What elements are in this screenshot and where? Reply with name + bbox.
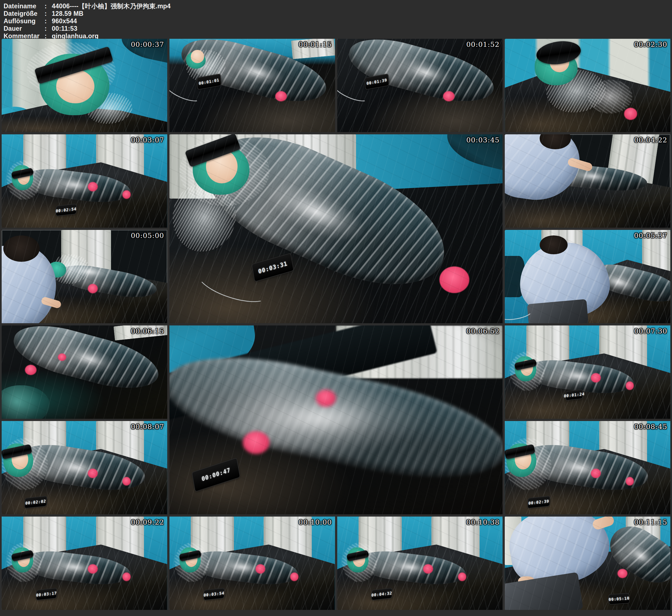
video-thumbnail: 00:04:22 xyxy=(505,134,670,228)
phone-timer-text: 00:05:10 xyxy=(609,596,630,602)
meta-label: Dateigröße xyxy=(4,10,45,17)
phone-timer-text: 00:03:31 xyxy=(258,260,288,275)
meta-value: 44006----【叶小柚】强制木乃伊拘束.mp4 xyxy=(52,2,171,10)
pink-accent xyxy=(88,469,98,478)
meta-row: Dateigröße : 128.59 MB xyxy=(4,10,672,17)
pink-accent xyxy=(591,373,601,383)
thumbnail-scene xyxy=(505,230,670,323)
thumbnail-scene xyxy=(505,134,670,228)
meta-value: 960x544 xyxy=(52,17,77,25)
video-thumbnail: 00:01:39 00:01:52 xyxy=(337,39,503,132)
timestamp-overlay: 00:05:37 xyxy=(634,231,667,239)
meta-separator: : xyxy=(45,25,52,32)
pink-accent-2 xyxy=(122,573,131,581)
phone-timer-text: 00:04:32 xyxy=(371,591,392,597)
video-thumbnail: 00:01:24 00:07:30 xyxy=(505,326,670,419)
phone-timer-text: 00:01:39 xyxy=(366,78,387,86)
pink-accent xyxy=(256,564,266,574)
pink-accent xyxy=(591,469,601,478)
timer-phone: 00:03:31 xyxy=(252,254,293,282)
timestamp-overlay: 00:04:22 xyxy=(634,136,667,144)
timestamp-overlay: 00:05:00 xyxy=(131,231,164,239)
timestamp-overlay: 00:03:45 xyxy=(466,136,500,144)
thumbnail-scene: 00:04:32 xyxy=(337,517,503,610)
vignette-overlay xyxy=(2,326,167,419)
thumbnail-scene: 00:02:54 xyxy=(2,134,167,228)
video-thumbnail: 00:03:17 00:09:22 xyxy=(2,517,167,610)
pink-accent-2 xyxy=(626,477,634,485)
timer-phone: 00:01:39 xyxy=(365,74,388,89)
video-thumbnail: 00:02:54 00:03:07 xyxy=(2,134,167,228)
plastic-wrap-halo xyxy=(588,80,632,113)
thumbnail-scene xyxy=(505,39,670,132)
thumbnail-scene: 00:03:17 xyxy=(2,517,167,610)
timestamp-overlay: 00:11:15 xyxy=(634,518,667,526)
meta-label: Auflösung xyxy=(4,17,45,25)
thumbnail-scene: 00:02:39 xyxy=(505,421,670,514)
pink-accent-2 xyxy=(122,190,131,198)
vignette-overlay xyxy=(169,326,503,514)
timestamp-overlay: 00:08:07 xyxy=(131,423,164,431)
video-thumbnail: 00:03:31 00:03:45 xyxy=(169,134,503,323)
video-thumbnail: 00:02:30 xyxy=(505,39,670,132)
pink-accent xyxy=(88,564,98,574)
thumbnail-scene: 00:00:47 xyxy=(169,326,503,514)
meta-separator: : xyxy=(45,2,52,10)
video-thumbnail: 00:03:54 00:10:00 xyxy=(169,517,335,610)
pink-accent-2 xyxy=(290,573,298,581)
video-thumbnail: 00:05:00 xyxy=(2,230,167,323)
meta-separator: : xyxy=(45,10,52,17)
video-thumbnail: 00:01:01 00:01:15 xyxy=(169,39,335,132)
timestamp-overlay: 00:09:22 xyxy=(131,518,164,526)
thumbnail-scene: 00:03:31 xyxy=(169,134,503,323)
video-thumbnail: 00:00:47 00:06:52 xyxy=(169,326,503,514)
phone-timer-text: 00:01:01 xyxy=(199,78,219,86)
timestamp-overlay: 00:02:30 xyxy=(634,40,667,48)
phone-timer-text: 00:02:54 xyxy=(56,207,77,213)
meta-row: Dateiname : 44006----【叶小柚】强制木乃伊拘束.mp4 xyxy=(4,2,672,10)
meta-separator: : xyxy=(45,17,52,25)
phone-timer-text: 00:03:17 xyxy=(36,591,57,597)
thumbnail-scene: 00:01:24 xyxy=(505,326,670,419)
doll-face xyxy=(191,50,204,63)
pink-accent-2 xyxy=(122,477,131,485)
person-hair xyxy=(3,235,40,261)
phone-timer-text: 00:02:39 xyxy=(528,499,549,506)
thumbnail-scene: 00:02:02 xyxy=(2,421,167,514)
video-thumbnail: 00:06:15 xyxy=(2,326,167,419)
video-thumbnail: 00:02:02 00:08:07 xyxy=(2,421,167,514)
thumbnail-scene: 00:01:39 xyxy=(337,39,503,132)
timestamp-overlay: 00:03:07 xyxy=(131,136,164,144)
timestamp-overlay: 00:06:52 xyxy=(466,327,500,335)
person-hair xyxy=(540,235,568,254)
timestamp-overlay: 00:07:30 xyxy=(634,327,667,335)
timestamp-overlay: 00:00:37 xyxy=(131,40,164,48)
pink-accent-2 xyxy=(458,573,466,581)
pink-accent xyxy=(275,91,287,101)
meta-label: Dauer xyxy=(4,25,45,32)
pink-accent xyxy=(88,284,98,293)
thumbnail-grid: 00:00:37 00:01:01 xyxy=(0,38,672,612)
pink-accent xyxy=(88,182,98,191)
phone-timer-text: 00:03:54 xyxy=(204,591,225,597)
pink-accent xyxy=(423,564,433,574)
timestamp-overlay: 00:10:38 xyxy=(466,518,500,526)
video-thumbnail: 00:05:10 00:11:15 xyxy=(505,517,670,610)
thumbnail-scene: 00:03:54 xyxy=(169,517,335,610)
timestamp-overlay: 00:08:45 xyxy=(634,423,667,431)
thumbnail-scene xyxy=(2,230,167,323)
video-thumbnail: 00:02:39 00:08:45 xyxy=(505,421,670,514)
pink-accent xyxy=(443,91,455,101)
meta-row: Dauer : 00:11:53 xyxy=(4,25,672,32)
pink-accent xyxy=(617,569,627,578)
meta-label: Dateiname xyxy=(4,2,45,10)
meta-value: 00:11:53 xyxy=(52,25,77,32)
timestamp-overlay: 00:01:15 xyxy=(298,40,332,48)
pink-accent-2 xyxy=(626,382,634,390)
timestamp-overlay: 00:10:00 xyxy=(298,518,332,526)
meta-row: Auflösung : 960x544 xyxy=(4,17,672,25)
file-info-header: Dateiname : 44006----【叶小柚】强制木乃伊拘束.mp4 Da… xyxy=(0,0,672,38)
thumbnail-scene: 00:01:01 xyxy=(169,39,335,132)
thumbnail-scene xyxy=(2,39,167,132)
timer-phone: 00:05:10 xyxy=(609,593,629,604)
